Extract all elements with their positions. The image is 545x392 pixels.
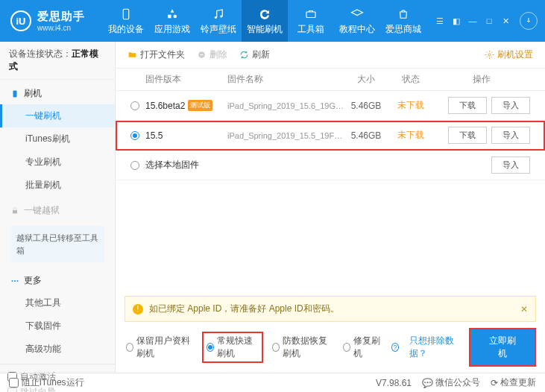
- local-firmware-row[interactable]: 选择本地固件 导入: [116, 151, 545, 180]
- connection-status: 设备连接状态：正常模式: [0, 42, 115, 80]
- firmware-row[interactable]: 15.6beta2测试版 iPad_Spring_2019_15.6_19G50…: [116, 91, 545, 121]
- open-folder-button[interactable]: 打开文件夹: [127, 48, 185, 61]
- exclude-data-link[interactable]: 只想排除数据？: [409, 335, 459, 360]
- status-bar: 阻止iTunes运行 V7.98.61 💬 微信公众号 ⟳ 检查更新: [0, 373, 545, 392]
- app-url: www.i4.cn: [37, 24, 85, 32]
- svg-rect-1: [168, 14, 171, 18]
- mode-anti-recovery[interactable]: 防数据恢复刷机: [272, 335, 332, 360]
- nav-mall[interactable]: 爱思商城: [380, 0, 426, 42]
- svg-rect-6: [13, 90, 17, 97]
- warning-icon: !: [133, 304, 143, 314]
- sidebar-header-flash[interactable]: 刷机: [0, 83, 115, 104]
- row-radio[interactable]: [130, 131, 139, 140]
- nav-tutorial[interactable]: 教程中心: [334, 0, 380, 42]
- flash-now-button[interactable]: 立即刷机: [470, 329, 535, 365]
- sidebar-header-more[interactable]: 更多: [0, 270, 115, 291]
- sidebar-item-download[interactable]: 下载固件: [0, 314, 115, 338]
- jailbreak-note: 越狱工具已转移至工具箱: [10, 226, 104, 262]
- menu-icon[interactable]: ☰: [435, 16, 445, 26]
- warning-bar: ! 如已绑定 Apple ID，请准备好 Apple ID和密码。 ✕: [125, 296, 536, 322]
- flash-settings-button[interactable]: 刷机设置: [485, 48, 533, 61]
- sidebar-item-batch[interactable]: 批量刷机: [0, 174, 115, 197]
- firmware-row-selected[interactable]: 15.5 iPad_Spring_2019_15.5_19F77_Restore…: [116, 121, 545, 151]
- sidebar-item-advanced[interactable]: 高级功能: [0, 338, 115, 361]
- import-button[interactable]: 导入: [491, 127, 530, 144]
- block-itunes-checkbox[interactable]: 阻止iTunes运行: [9, 376, 84, 389]
- sidebar-item-itunes[interactable]: iTunes刷机: [0, 127, 115, 151]
- row-radio[interactable]: [130, 161, 139, 170]
- app-name: 爱思助手: [37, 10, 85, 24]
- app-logo: iU 爱思助手 www.i4.cn: [0, 10, 95, 32]
- sidebar-item-oneclick[interactable]: 一键刷机: [0, 104, 115, 127]
- flash-modes: 保留用户资料刷机 常规快速刷机 防数据恢复刷机 修复刷机 ? 只想排除数据？ 立…: [116, 322, 545, 373]
- refresh-button[interactable]: 刷新: [239, 48, 270, 61]
- check-update-link[interactable]: ⟳ 检查更新: [491, 376, 536, 389]
- svg-point-8: [12, 280, 13, 282]
- svg-point-4: [220, 15, 222, 17]
- close-warning-icon[interactable]: ✕: [520, 304, 528, 314]
- logo-icon: iU: [10, 10, 31, 31]
- toolbar: 打开文件夹 删除 刷新 刷机设置: [116, 42, 545, 69]
- mode-normal[interactable]: 常规快速刷机: [204, 333, 262, 361]
- import-button[interactable]: 导入: [491, 157, 530, 174]
- sidebar-header-jailbreak: 一键越狱: [0, 200, 115, 221]
- skin-icon[interactable]: ◧: [451, 16, 461, 26]
- svg-point-14: [488, 54, 491, 56]
- nav-flash[interactable]: 智能刷机: [242, 0, 288, 42]
- download-button[interactable]: 下载: [448, 97, 487, 114]
- svg-rect-7: [13, 210, 17, 214]
- sidebar: 设备连接状态：正常模式 刷机 一键刷机 iTunes刷机 专业刷机 批量刷机 一…: [0, 42, 116, 373]
- nav-ringtone[interactable]: 铃声壁纸: [195, 0, 242, 42]
- nav-toolbox[interactable]: 工具箱: [288, 0, 334, 42]
- info-icon[interactable]: ?: [391, 343, 399, 352]
- svg-rect-13: [200, 54, 203, 55]
- nav-apps[interactable]: 应用游戏: [149, 0, 195, 42]
- nav-my-device[interactable]: 我的设备: [103, 0, 149, 42]
- beta-badge: 测试版: [188, 100, 212, 111]
- svg-point-2: [174, 14, 177, 18]
- wechat-link[interactable]: 💬 微信公众号: [422, 376, 480, 389]
- title-bar: iU 爱思助手 www.i4.cn 我的设备 应用游戏 铃声壁纸 智能刷机 工具…: [0, 0, 545, 42]
- table-header: 固件版本 固件名称 大小 状态 操作: [116, 69, 545, 91]
- download-manager-icon[interactable]: [520, 12, 538, 30]
- svg-point-3: [215, 16, 217, 19]
- sidebar-item-pro[interactable]: 专业刷机: [0, 151, 115, 174]
- main-nav: 我的设备 应用游戏 铃声壁纸 智能刷机 工具箱 教程中心 爱思商城: [103, 0, 426, 42]
- mode-keep-data[interactable]: 保留用户资料刷机: [126, 335, 193, 360]
- import-button[interactable]: 导入: [491, 97, 530, 114]
- minimize-icon[interactable]: —: [467, 16, 478, 26]
- svg-point-9: [14, 280, 16, 282]
- maximize-icon[interactable]: □: [484, 16, 494, 26]
- download-button[interactable]: 下载: [448, 127, 487, 144]
- svg-point-10: [17, 280, 19, 282]
- svg-rect-0: [123, 9, 129, 19]
- mode-repair[interactable]: 修复刷机: [343, 335, 381, 360]
- version-label: V7.98.61: [376, 376, 412, 389]
- sidebar-item-other[interactable]: 其他工具: [0, 291, 115, 314]
- delete-button: 删除: [197, 48, 227, 61]
- svg-rect-5: [306, 12, 315, 18]
- row-radio[interactable]: [130, 101, 139, 110]
- close-icon[interactable]: ✕: [500, 16, 511, 26]
